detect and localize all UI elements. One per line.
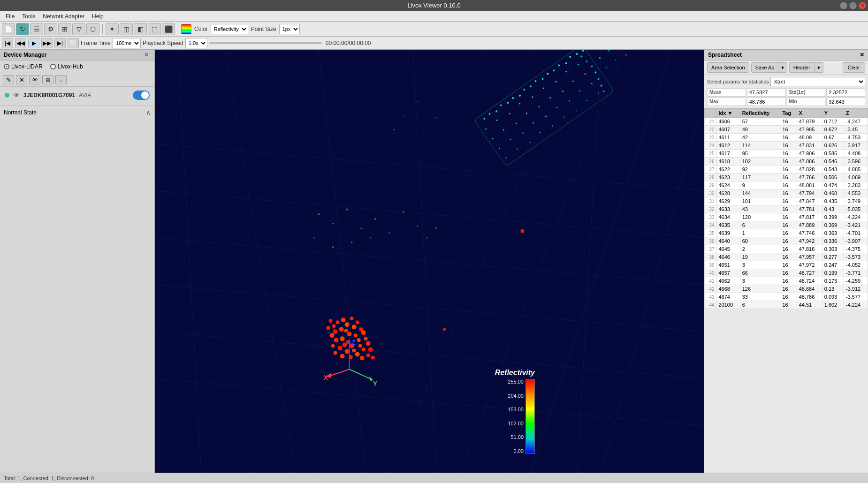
device-tool-1[interactable]: ✎	[3, 75, 14, 84]
svg-point-131	[352, 348, 356, 352]
playback-slider[interactable]	[209, 42, 322, 44]
data-table-container[interactable]: Idx ▼ Reflectivity Tag X Y Z 21 4606 57 …	[704, 108, 868, 473]
radio-livox-hub-dot	[50, 64, 56, 69]
play-button[interactable]: ▶	[28, 38, 39, 48]
table-row: 36 4640 60 16 47.942 0.336 -3.907	[705, 237, 868, 245]
menu-network-adapter[interactable]: Network Adapter	[39, 12, 88, 21]
frame-time-label: Frame Time	[81, 40, 111, 46]
box4-button[interactable]: ⬛	[162, 23, 175, 35]
cube-button[interactable]: ⬡	[86, 23, 99, 35]
cell-tag: 16	[780, 261, 797, 269]
step-back-button[interactable]: |◀	[2, 38, 13, 48]
cell-z: -4.052	[844, 261, 868, 269]
minimize-button[interactable]: –	[840, 2, 847, 9]
viewport[interactable]: Z X Y Reflectivity 255.00 204.00 153.00 …	[155, 50, 704, 473]
color-legend: Reflectivity 255.00 204.00 153.00 102.00…	[495, 369, 535, 454]
header-button[interactable]: Header	[789, 62, 815, 73]
svg-point-150	[351, 242, 353, 243]
stats-param-select[interactable]: X(m)	[770, 77, 865, 86]
header-dropdown[interactable]: ▼	[815, 62, 823, 73]
prev-button[interactable]: ◀◀	[15, 38, 26, 48]
device-tool-eye[interactable]: 👁	[29, 75, 40, 84]
device-state-chevron[interactable]: ∧	[146, 109, 151, 116]
cell-rownum: 29	[705, 181, 717, 189]
cell-rownum: 41	[705, 277, 717, 285]
close-button[interactable]: ✕	[859, 2, 866, 9]
transform-button[interactable]: ✦	[106, 23, 119, 35]
col-idx[interactable]: Idx ▼	[716, 109, 740, 118]
cell-reflectivity: 114	[740, 142, 780, 150]
col-reflectivity[interactable]: Reflectivity	[740, 109, 780, 118]
col-z[interactable]: Z	[844, 109, 868, 118]
cell-y: 0.399	[822, 213, 844, 221]
menu-help[interactable]: Help	[88, 12, 107, 21]
timestamp-display: 00:00:00/00:00:00	[326, 40, 371, 46]
filter-button[interactable]: ▽	[72, 23, 85, 35]
new-button[interactable]: 📄	[2, 23, 15, 35]
device-manager-close[interactable]: ✕	[144, 52, 151, 58]
cell-reflectivity: 19	[740, 253, 780, 261]
cell-idx: 4645	[716, 245, 740, 253]
device-manager-title: Device Manager	[4, 52, 46, 58]
box2-button[interactable]: ◧	[134, 23, 147, 35]
save-as-dropdown[interactable]: ▼	[778, 62, 787, 73]
menu-tools[interactable]: Tools	[18, 12, 39, 21]
device-tool-lines[interactable]: ≡	[55, 75, 67, 84]
box1-button[interactable]: ◫	[120, 23, 133, 35]
cell-reflectivity: 2	[740, 245, 780, 253]
cell-rownum: 36	[705, 237, 717, 245]
cell-x: 47.972	[797, 261, 822, 269]
device-tool-2[interactable]: ✕	[16, 75, 27, 84]
radio-livox-lidar[interactable]: Livox-LiDAR	[4, 63, 43, 70]
save-as-button[interactable]: Save As	[751, 62, 778, 73]
cell-rownum: 31	[705, 197, 717, 205]
svg-point-157	[443, 328, 446, 331]
device-type-row: Livox-LiDAR Livox-Hub	[0, 60, 154, 73]
clear-button[interactable]: Clear	[843, 62, 865, 73]
cell-rownum: 35	[705, 229, 717, 237]
cell-z: -3.596	[844, 158, 868, 166]
radio-livox-hub[interactable]: Livox-Hub	[50, 63, 83, 70]
grid-button[interactable]: ⊞	[58, 23, 71, 35]
open-button[interactable]: ↻	[16, 23, 29, 35]
table-row: 37 4645 2 16 47.816 0.303 -4.375	[705, 245, 868, 253]
color-select[interactable]: Reflectivity	[211, 24, 248, 34]
playback-speed-select[interactable]: 1.0x	[185, 38, 207, 48]
device-list: 👁 3JEDK8R001G7091 AVIA	[0, 87, 154, 104]
cell-y: 0.093	[822, 293, 844, 301]
cell-x: 48.684	[797, 285, 822, 293]
next-button[interactable]: ▶▶	[41, 38, 53, 48]
point-size-select[interactable]: 1px	[279, 24, 300, 34]
cell-y: 0.474	[822, 181, 844, 189]
cell-y: 1.602	[822, 301, 844, 309]
device-toggle[interactable]	[133, 91, 150, 100]
menu-file[interactable]: File	[2, 12, 18, 21]
spreadsheet-close[interactable]: ✕	[860, 52, 864, 58]
svg-point-155	[426, 237, 427, 238]
cell-tag: 16	[780, 142, 797, 150]
col-tag[interactable]: Tag	[780, 109, 797, 118]
radio-livox-lidar-label: Livox-LiDAR	[11, 63, 43, 70]
cell-tag: 16	[780, 269, 797, 277]
box3-button[interactable]: ⬚	[148, 23, 161, 35]
maximize-button[interactable]: □	[849, 2, 857, 9]
svg-point-118	[340, 336, 345, 341]
record-button[interactable]: ⬜	[68, 38, 79, 48]
area-selection-button[interactable]: Area Selection	[707, 62, 749, 73]
svg-point-97	[445, 110, 446, 111]
step-forward-button[interactable]: ▶|	[54, 38, 66, 48]
col-x[interactable]: X	[797, 109, 822, 118]
main-area: Device Manager ✕ Livox-LiDAR Livox-Hub ✎…	[0, 50, 868, 473]
svg-text:Z: Z	[352, 339, 356, 346]
frame-time-select[interactable]: 100ms	[113, 38, 141, 48]
col-y[interactable]: Y	[822, 109, 844, 118]
list-view-button[interactable]: ☰	[30, 23, 43, 35]
device-tool-filter[interactable]: ⊕	[42, 75, 53, 84]
cell-reflectivity: 66	[740, 269, 780, 277]
svg-point-123	[357, 338, 361, 342]
settings-button[interactable]: ⚙	[44, 23, 57, 35]
legend-label-2: 153.00	[508, 407, 524, 412]
cell-x: 47.794	[797, 189, 822, 197]
device-eye-icon[interactable]: 👁	[13, 91, 20, 99]
legend-bar-container: 255.00 204.00 153.00 102.00 51.00 0.00	[508, 379, 535, 454]
